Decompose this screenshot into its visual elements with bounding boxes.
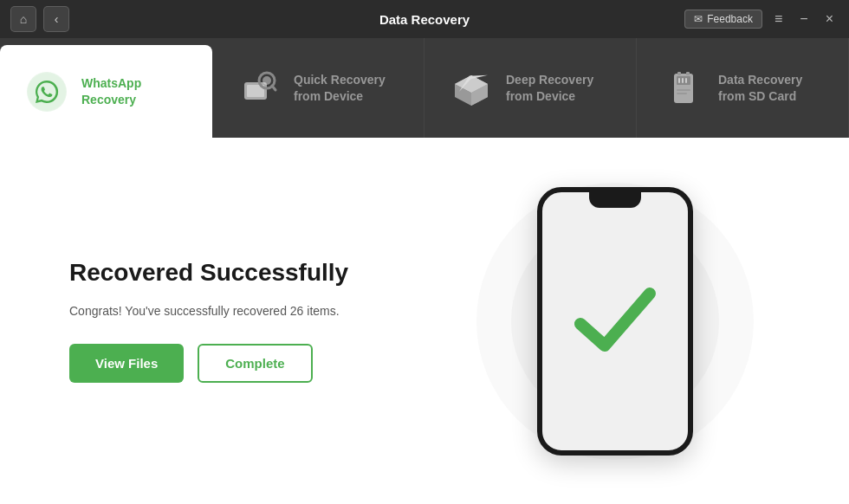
deep-recovery-label-line2: from Device (506, 88, 593, 104)
svg-point-6 (262, 76, 271, 85)
feedback-label: Feedback (707, 13, 753, 25)
svg-line-5 (272, 86, 275, 90)
quick-recovery-label-line2: from Device (294, 88, 386, 104)
nav-bar: WhatsApp Recovery Quick Recovery from De… (0, 38, 849, 138)
svg-rect-18 (677, 93, 687, 94)
title-bar-right: ✉ Feedback ≡ − × (684, 8, 839, 30)
svg-point-1 (28, 73, 66, 111)
checkmark-icon (572, 285, 658, 366)
phone-wrapper (537, 187, 693, 456)
app-title: Data Recovery (379, 12, 470, 27)
deep-recovery-icon (449, 66, 494, 111)
whatsapp-icon (24, 69, 69, 114)
nav-item-deep-recovery[interactable]: Deep Recovery from Device (424, 38, 637, 138)
phone-frame (537, 187, 693, 456)
svg-rect-16 (685, 78, 687, 83)
complete-button[interactable]: Complete (198, 344, 312, 383)
menu-button[interactable]: ≡ (769, 8, 787, 30)
right-section (450, 187, 780, 456)
main-content: Recovered Successfully Congrats! You've … (0, 138, 849, 504)
whatsapp-nav-label-line2: Recovery (81, 92, 141, 107)
sd-card-label-line2: from SD Card (718, 88, 802, 104)
title-bar-left: ⌂ ‹ (10, 6, 69, 32)
svg-rect-14 (678, 78, 680, 83)
deep-recovery-nav-text: Deep Recovery from Device (506, 72, 593, 103)
svg-rect-20 (686, 72, 690, 75)
whatsapp-nav-label-line1: WhatsApp (81, 75, 141, 91)
mail-icon: ✉ (694, 13, 703, 25)
nav-item-sd-card[interactable]: Data Recovery from SD Card (637, 38, 849, 138)
feedback-button[interactable]: ✉ Feedback (684, 10, 762, 29)
sd-card-label-line1: Data Recovery (718, 72, 802, 87)
close-button[interactable]: × (820, 8, 839, 30)
action-buttons: View Files Complete (69, 344, 450, 383)
back-button[interactable]: ‹ (43, 6, 69, 32)
left-section: Recovered Successfully Congrats! You've … (69, 259, 450, 383)
success-title: Recovered Successfully (69, 259, 450, 287)
minimize-button[interactable]: − (794, 8, 813, 30)
svg-rect-19 (677, 72, 681, 75)
svg-rect-17 (677, 89, 690, 91)
whatsapp-nav-text: WhatsApp Recovery (81, 75, 141, 107)
view-files-button[interactable]: View Files (69, 344, 184, 383)
home-icon: ⌂ (20, 12, 27, 26)
home-button[interactable]: ⌂ (10, 6, 36, 32)
quick-recovery-icon (237, 66, 282, 111)
quick-recovery-label-line1: Quick Recovery (294, 72, 386, 87)
sd-card-nav-text: Data Recovery from SD Card (718, 72, 802, 103)
title-bar: ⌂ ‹ Data Recovery ✉ Feedback ≡ − × (0, 0, 849, 38)
back-icon: ‹ (55, 12, 59, 26)
nav-item-whatsapp[interactable]: WhatsApp Recovery (0, 45, 212, 138)
svg-rect-15 (682, 78, 684, 83)
nav-item-quick-recovery[interactable]: Quick Recovery from Device (212, 38, 424, 138)
phone-notch (589, 192, 641, 208)
quick-recovery-nav-text: Quick Recovery from Device (294, 72, 386, 103)
deep-recovery-label-line1: Deep Recovery (506, 72, 593, 87)
sd-card-icon (661, 66, 706, 111)
success-description: Congrats! You've successfully recovered … (69, 304, 450, 318)
